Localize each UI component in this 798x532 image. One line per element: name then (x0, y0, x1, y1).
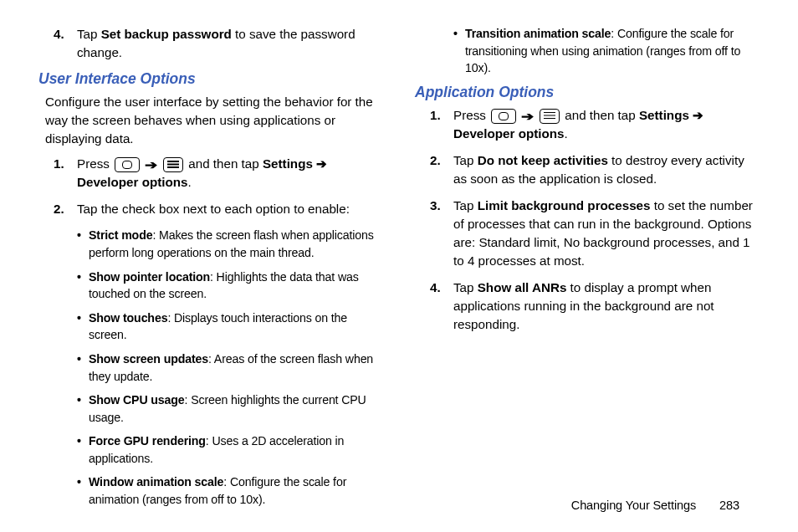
section-heading: Application Options (415, 84, 758, 101)
step-text: Press ➔ and then tap Settings ➔ Develope… (453, 106, 758, 143)
step-number: 4. (54, 25, 77, 62)
list-item: 3. Tap Limit background processes to set… (430, 197, 758, 270)
bullet-dot: • (77, 309, 89, 344)
bullet-text: Show pointer location: Highlights the da… (89, 269, 381, 303)
list-item: 2. Tap Do not keep activities to destroy… (430, 151, 758, 188)
bullet-dot: • (77, 473, 89, 508)
page-number: 283 (719, 499, 739, 512)
step-number: 1. (54, 155, 77, 192)
step-text: Tap the check box next to each option to… (77, 200, 381, 218)
bullet-item: • Force GPU rendering: Uses a 2D acceler… (77, 432, 381, 467)
step-number: 2. (54, 200, 77, 218)
bullet-dot: • (453, 25, 465, 77)
bullet-item: • Show CPU usage: Screen highlights the … (77, 391, 381, 426)
step-number: 2. (430, 151, 453, 188)
list-item: 1. Press ➔ and then tap Settings ➔ Devel… (430, 106, 758, 143)
menu-button-icon (163, 157, 183, 172)
bullet-item: • Transition animation scale: Configure … (453, 25, 758, 77)
bullet-item: • Show screen updates: Areas of the scre… (77, 350, 381, 385)
bullet-text: Force GPU rendering: Uses a 2D accelerat… (89, 432, 381, 467)
list-item: 4. Tap Show all ANRs to display a prompt… (430, 279, 758, 334)
bullet-item: • Window animation scale: Configure the … (77, 473, 381, 508)
step-text: Tap Show all ANRs to display a prompt wh… (453, 279, 758, 334)
footer-label: Changing Your Settings (571, 499, 696, 512)
bullet-text: Show screen updates: Areas of the screen… (89, 350, 381, 385)
bullet-dot: • (77, 227, 89, 261)
left-column: 4. Tap Set backup password to save the p… (38, 25, 381, 515)
list-item: 2. Tap the check box next to each option… (54, 200, 381, 218)
bullet-item: • Show touches: Displays touch interacti… (77, 309, 381, 344)
arrow-icon: ➔ (521, 108, 535, 125)
section-heading: User Interface Options (38, 70, 381, 88)
bullet-dot: • (77, 350, 89, 385)
bullet-text: Window animation scale: Configure the sc… (89, 473, 381, 508)
bullet-dot: • (77, 391, 89, 426)
step-number: 1. (430, 106, 453, 143)
step-text: Tap Do not keep activities to destroy ev… (453, 151, 758, 188)
right-column: • Transition animation scale: Configure … (415, 25, 758, 515)
list-item: 4. Tap Set backup password to save the p… (54, 25, 381, 62)
paragraph: Configure the user interface by setting … (45, 93, 381, 148)
step-text: Press ➔ and then tap Settings ➔ Develope… (77, 155, 381, 192)
bullet-text: Strict mode: Makes the screen flash when… (89, 227, 381, 261)
step-text: Tap Set backup password to save the pass… (77, 25, 381, 62)
step-number: 4. (430, 279, 453, 334)
list-item: 1. Press ➔ and then tap Settings ➔ Devel… (54, 155, 381, 192)
bullet-dot: • (77, 432, 89, 467)
step-number: 3. (430, 197, 453, 270)
page-content: 4. Tap Set backup password to save the p… (0, 0, 798, 515)
home-button-icon (491, 109, 516, 124)
page-footer: Changing Your Settings 283 (571, 499, 739, 512)
step-text: Tap Limit background processes to set th… (453, 197, 758, 270)
bullet-text: Show touches: Displays touch interaction… (89, 309, 381, 344)
bullet-dot: • (77, 269, 89, 303)
bullet-item: • Strict mode: Makes the screen flash wh… (77, 227, 381, 261)
bullet-item: • Show pointer location: Highlights the … (77, 269, 381, 303)
bullet-text: Show CPU usage: Screen highlights the cu… (89, 391, 381, 426)
bullet-text: Transition animation scale: Configure th… (465, 25, 758, 77)
arrow-icon: ➔ (145, 156, 158, 173)
menu-button-icon (540, 109, 560, 124)
home-button-icon (115, 157, 140, 172)
